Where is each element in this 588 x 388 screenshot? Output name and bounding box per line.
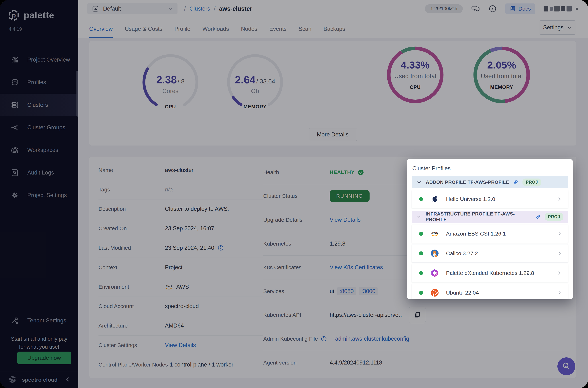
pack-name: Amazon EBS CSI 1.26.1 — [446, 231, 506, 237]
app-window: p palette 4.4.19 Project Overview Profil… — [0, 0, 588, 388]
chevron-right-icon — [557, 231, 562, 237]
pack-status-dot — [419, 291, 423, 295]
pack-status-dot — [419, 251, 423, 255]
pack-row-calico[interactable]: Calico 3.27.2 — [412, 244, 568, 263]
infrastructure-profile-header[interactable]: INFRASTRUCTURE PROFILE TF-AWS-PROFILE PR… — [412, 211, 568, 223]
addon-profile-header[interactable]: ADDON PROFILE TF-AWS-PROFILE PROJ — [412, 176, 568, 188]
pack-name: Palette eXtended Kubernetes 1.29.8 — [446, 270, 534, 276]
chevron-right-icon — [557, 196, 562, 202]
popup-title: Cluster Profiles — [412, 165, 568, 172]
scope-badge: PROJ — [545, 213, 564, 220]
pack-status-dot — [419, 197, 423, 201]
profile-name: INFRASTRUCTURE PROFILE TF-AWS-PROFILE — [426, 211, 532, 222]
pack-status-dot — [419, 271, 423, 275]
link-icon[interactable] — [513, 179, 519, 185]
ubuntu-icon — [430, 288, 439, 297]
pack-name: Hello Universe 1.2.0 — [446, 196, 495, 202]
chevron-right-icon — [557, 270, 562, 276]
profile-name: ADDON PROFILE TF-AWS-PROFILE — [426, 179, 509, 185]
calico-icon — [430, 249, 439, 258]
cluster-profiles-popup: Cluster Profiles ADDON PROFILE TF-AWS-PR… — [407, 159, 573, 299]
chevron-right-icon — [557, 251, 562, 256]
pack-name: Calico 3.27.2 — [446, 250, 478, 256]
hello-universe-icon — [430, 195, 439, 203]
chevron-down-icon — [416, 214, 422, 219]
scope-badge: PROJ — [522, 178, 541, 186]
pack-row-palette-extended-kubernetes[interactable]: Palette eXtended Kubernetes 1.29.8 — [412, 264, 568, 282]
chevron-right-icon — [557, 290, 562, 295]
pack-row-amazon-ebs-csi[interactable]: aws Amazon EBS CSI 1.26.1 — [412, 225, 568, 243]
link-icon[interactable] — [536, 214, 541, 219]
chevron-down-icon — [416, 179, 422, 185]
pack-row-hello-universe[interactable]: Hello Universe 1.2.0 — [412, 190, 568, 208]
pack-name: Ubuntu 22.04 — [446, 290, 479, 296]
pxk-icon — [430, 269, 439, 277]
pack-status-dot — [419, 232, 423, 236]
aws-pack-icon: aws — [430, 229, 439, 238]
pack-row-ubuntu[interactable]: Ubuntu 22.04 — [412, 284, 568, 299]
svg-text:aws: aws — [431, 230, 438, 234]
